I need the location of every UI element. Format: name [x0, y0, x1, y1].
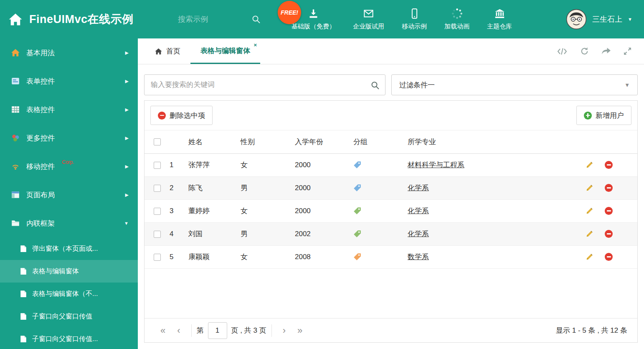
cell-name: 刘国 [188, 222, 241, 245]
edit-icon[interactable] [585, 160, 594, 169]
column-header-year[interactable]: 入学年份 [295, 130, 353, 153]
delete-icon[interactable] [605, 230, 613, 238]
edit-icon[interactable] [585, 183, 594, 192]
column-header-group[interactable]: 分组 [353, 130, 408, 153]
keyword-search-input[interactable] [145, 75, 385, 95]
tab-tools [557, 38, 644, 64]
header-nav-item[interactable]: 移动示例 [393, 0, 436, 38]
row-checkbox[interactable] [154, 185, 161, 192]
column-header-gender[interactable]: 性别 [241, 130, 295, 153]
prev-page-icon[interactable]: ‹ [171, 325, 186, 336]
row-checkbox[interactable] [154, 162, 161, 169]
sidebar-item[interactable]: 内联框架▼ [0, 209, 138, 237]
sidebar-item[interactable]: 移动控件Corp.▶ [0, 152, 138, 181]
close-tab-icon[interactable]: × [254, 42, 257, 48]
cell-year: 2000 [295, 176, 353, 199]
tag-icon [353, 184, 408, 192]
sidebar-item[interactable]: 表格控件▶ [0, 95, 138, 124]
major-link[interactable]: 化学系 [408, 230, 429, 238]
edit-icon[interactable] [585, 229, 594, 238]
header-search [171, 10, 265, 28]
column-header-major[interactable]: 所学专业 [408, 130, 585, 153]
chevron-right-icon: ▶ [125, 50, 129, 56]
search-icon[interactable] [251, 15, 261, 24]
document-icon [20, 290, 27, 298]
delete-icon[interactable] [605, 184, 613, 192]
filter-dropdown[interactable]: 过滤条件一 ▼ [391, 74, 638, 95]
header-nav-label: 移动示例 [402, 23, 427, 31]
header-nav-item[interactable]: 企业版试用 [344, 0, 393, 38]
source-code-icon[interactable] [557, 48, 568, 55]
row-checkbox[interactable] [154, 254, 161, 261]
search-icon[interactable] [370, 81, 380, 90]
sidebar-subitem[interactable]: 弹出窗体（本页面或... [0, 237, 138, 260]
tag-icon [353, 207, 408, 215]
header-search-input[interactable] [178, 15, 249, 24]
edit-icon[interactable] [585, 252, 594, 261]
table-row: 5康颖颖女2008数学系 [145, 245, 637, 268]
sidebar-subitem[interactable]: 子窗口向父窗口传值 [0, 305, 138, 328]
sidebar-item-label: 更多控件 [26, 133, 55, 143]
user-menu[interactable]: 三生石上 ▼ [566, 9, 644, 30]
delete-icon[interactable] [605, 207, 613, 215]
app-title: FineUIMvc在线示例 [29, 12, 134, 27]
sidebar-subitem[interactable]: 子窗口向父窗口传值... [0, 328, 138, 349]
header-nav-item[interactable]: 主题仓库 [478, 0, 521, 38]
chevron-right-icon: ▶ [125, 79, 129, 84]
brand[interactable]: FineUIMvc在线示例 [0, 12, 171, 27]
add-user-button[interactable]: 新增用户 [576, 106, 631, 125]
cell-year: 2000 [295, 153, 353, 176]
sidebar-subitem-label: 弹出窗体（本页面或... [32, 245, 98, 253]
sidebar-item[interactable]: 基本用法▶ [0, 38, 138, 67]
sidebar-item-label: 表单控件 [26, 76, 55, 86]
cell-year: 2000 [295, 199, 353, 222]
column-header-name[interactable]: 姓名 [188, 130, 241, 153]
header-nav-item[interactable]: 加载动画 [436, 0, 478, 38]
delete-icon[interactable] [605, 161, 613, 169]
delete-button-label: 删除选中项 [170, 111, 205, 120]
row-index: 2 [170, 176, 188, 199]
cell-name: 张萍萍 [188, 153, 241, 176]
sidebar-item[interactable]: 表单控件▶ [0, 67, 138, 95]
avatar [566, 9, 587, 30]
cell-name: 董婷婷 [188, 199, 241, 222]
spinner-icon [451, 8, 463, 19]
select-all-checkbox[interactable] [154, 138, 161, 145]
tab-grid-edit-window[interactable]: 表格与编辑窗体 × [190, 38, 260, 64]
tag-icon [353, 230, 408, 238]
tab-home[interactable]: 首页 [145, 38, 190, 64]
major-link[interactable]: 数学系 [408, 253, 429, 261]
delete-selected-button[interactable]: 删除选中项 [150, 106, 213, 125]
delete-icon[interactable] [605, 253, 613, 261]
major-link[interactable]: 化学系 [408, 184, 429, 192]
major-link[interactable]: 化学系 [408, 207, 429, 215]
envelope-icon [363, 8, 374, 19]
home-icon [155, 48, 162, 55]
header-nav-label: 企业版试用 [353, 23, 384, 31]
column-header-index [170, 130, 188, 153]
refresh-icon[interactable] [580, 47, 589, 56]
sidebar-subitem-label: 子窗口向父窗口传值 [32, 312, 92, 321]
sidebar-item[interactable]: 页面布局▶ [0, 181, 138, 209]
sidebar-subitem-label: 子窗口向父窗口传值... [32, 335, 98, 344]
edit-icon[interactable] [585, 206, 594, 215]
page-number-input[interactable] [208, 322, 227, 339]
row-checkbox[interactable] [154, 208, 161, 215]
share-icon[interactable] [601, 47, 611, 55]
major-link[interactable]: 材料科学与工程系 [408, 161, 464, 169]
document-icon [20, 267, 27, 275]
first-page-icon[interactable]: « [155, 325, 171, 336]
sidebar-subitem[interactable]: 表格与编辑窗体 [0, 260, 138, 283]
sidebar-item[interactable]: 更多控件▶ [0, 124, 138, 152]
signal-icon [11, 162, 20, 171]
row-checkbox[interactable] [154, 231, 161, 238]
tag-icon [353, 253, 408, 261]
last-page-icon[interactable]: » [292, 325, 308, 336]
sidebar-subitem[interactable]: 表格与编辑窗体（不... [0, 283, 138, 305]
cell-gender: 女 [241, 153, 295, 176]
table-row: 2陈飞男2000化学系 [145, 176, 637, 199]
header-nav-label: 加载动画 [444, 23, 469, 31]
table-icon [11, 105, 20, 114]
expand-icon[interactable] [624, 47, 631, 55]
next-page-icon[interactable]: › [277, 325, 292, 336]
